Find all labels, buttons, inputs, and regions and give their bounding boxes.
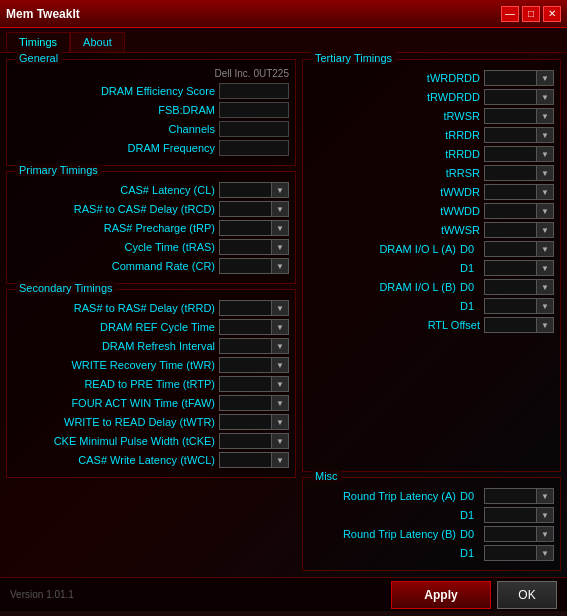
trwdrdd-dropdown[interactable]: ▼: [536, 89, 554, 105]
action-buttons: Apply OK: [391, 581, 557, 609]
dram-efficiency-input[interactable]: [219, 83, 289, 99]
twwsr-label: tWWSR: [400, 224, 480, 236]
twtr-dropdown[interactable]: ▼: [271, 414, 289, 430]
dram-io-a-d1-input[interactable]: [484, 260, 536, 276]
twwdr-dropdown[interactable]: ▼: [536, 184, 554, 200]
trwsr-dropdown[interactable]: ▼: [536, 108, 554, 124]
dram-io-b-d0-dropdown[interactable]: ▼: [536, 279, 554, 295]
rtb-d0-label: D0: [460, 528, 480, 540]
cas-latency-dropdown[interactable]: ▼: [271, 182, 289, 198]
trp-row: RAS# Precharge (tRP) ▼: [13, 220, 289, 236]
cr-dropdown[interactable]: ▼: [271, 258, 289, 274]
tcke-input[interactable]: [219, 433, 271, 449]
rtb-d0-dropdown[interactable]: ▼: [536, 526, 554, 542]
tras-row: Cycle Time (tRAS) ▼: [13, 239, 289, 255]
dram-io-a-d0-dropdown[interactable]: ▼: [536, 241, 554, 257]
tfaw-label: FOUR ACT WIN Time (tFAW): [13, 397, 215, 409]
fsb-dram-input[interactable]: [219, 102, 289, 118]
trwdrdd-input[interactable]: [484, 89, 536, 105]
trp-dropdown[interactable]: ▼: [271, 220, 289, 236]
ref-cycle-input[interactable]: [219, 319, 271, 335]
dram-io-a-d1-row: D1 ▼: [309, 260, 554, 276]
trrdr-dropdown[interactable]: ▼: [536, 127, 554, 143]
trp-input[interactable]: [219, 220, 271, 236]
twcl-row: CAS# Write Latency (tWCL) ▼: [13, 452, 289, 468]
minimize-button[interactable]: —: [501, 6, 519, 22]
refresh-interval-dropdown[interactable]: ▼: [271, 338, 289, 354]
twrdrdd-input[interactable]: [484, 70, 536, 86]
rta-d1-label: D1: [460, 509, 480, 521]
twr-row: WRITE Recovery Time (tWR) ▼: [13, 357, 289, 373]
trcd-dropdown[interactable]: ▼: [271, 201, 289, 217]
trrd-row: RAS# to RAS# Delay (tRRD) ▼: [13, 300, 289, 316]
rtb-d1-dropdown[interactable]: ▼: [536, 545, 554, 561]
rtl-offset-dropdown[interactable]: ▼: [536, 317, 554, 333]
twcl-dropdown[interactable]: ▼: [271, 452, 289, 468]
tfaw-row: FOUR ACT WIN Time (tFAW) ▼: [13, 395, 289, 411]
channels-input[interactable]: [219, 121, 289, 137]
tras-dropdown[interactable]: ▼: [271, 239, 289, 255]
dram-io-a-d1-dropdown[interactable]: ▼: [536, 260, 554, 276]
dram-io-a-d0-input[interactable]: [484, 241, 536, 257]
trrd-input[interactable]: [219, 300, 271, 316]
system-info: Dell Inc. 0UT225: [13, 68, 289, 79]
trwsr-input[interactable]: [484, 108, 536, 124]
ref-cycle-label: DRAM REF Cycle Time: [13, 321, 215, 333]
twr-dropdown[interactable]: ▼: [271, 357, 289, 373]
trwsr-row: tRWSR ▼: [309, 108, 554, 124]
cr-row: Command Rate (CR) ▼: [13, 258, 289, 274]
restore-button[interactable]: □: [522, 6, 540, 22]
ok-button[interactable]: OK: [497, 581, 557, 609]
cr-input[interactable]: [219, 258, 271, 274]
twrdrdd-row: tWRDRDD ▼: [309, 70, 554, 86]
twwdd-dropdown[interactable]: ▼: [536, 203, 554, 219]
trrdd-input[interactable]: [484, 146, 536, 162]
dram-io-b-d1-input[interactable]: [484, 298, 536, 314]
trtp-dropdown[interactable]: ▼: [271, 376, 289, 392]
dram-freq-input[interactable]: [219, 140, 289, 156]
trrd-dropdown[interactable]: ▼: [271, 300, 289, 316]
trrdd-dropdown[interactable]: ▼: [536, 146, 554, 162]
trtp-input[interactable]: [219, 376, 271, 392]
twwdd-input[interactable]: [484, 203, 536, 219]
dram-io-b-d0-input[interactable]: [484, 279, 536, 295]
twwdr-input[interactable]: [484, 184, 536, 200]
twtr-input[interactable]: [219, 414, 271, 430]
trrdr-input[interactable]: [484, 127, 536, 143]
tcke-dropdown[interactable]: ▼: [271, 433, 289, 449]
rtb-d1-input[interactable]: [484, 545, 536, 561]
twr-input[interactable]: [219, 357, 271, 373]
rta-d0-input[interactable]: [484, 488, 536, 504]
rta-d0-dropdown[interactable]: ▼: [536, 488, 554, 504]
trrsr-dropdown[interactable]: ▼: [536, 165, 554, 181]
misc-title: Misc: [311, 470, 342, 482]
tras-input[interactable]: [219, 239, 271, 255]
trwdrdd-row: tRWDRDD ▼: [309, 89, 554, 105]
tab-timings[interactable]: Timings: [6, 32, 70, 52]
twrdrdd-dropdown[interactable]: ▼: [536, 70, 554, 86]
trrsr-input[interactable]: [484, 165, 536, 181]
tab-about[interactable]: About: [70, 32, 125, 52]
twwsr-input[interactable]: [484, 222, 536, 238]
rta-d1-input[interactable]: [484, 507, 536, 523]
cas-latency-input[interactable]: [219, 182, 271, 198]
apply-button[interactable]: Apply: [391, 581, 491, 609]
trtp-label: READ to PRE Time (tRTP): [13, 378, 215, 390]
tfaw-input[interactable]: [219, 395, 271, 411]
refresh-interval-input[interactable]: [219, 338, 271, 354]
rtl-offset-input[interactable]: [484, 317, 536, 333]
rtb-d0-input[interactable]: [484, 526, 536, 542]
tfaw-dropdown[interactable]: ▼: [271, 395, 289, 411]
ref-cycle-dropdown[interactable]: ▼: [271, 319, 289, 335]
close-button[interactable]: ✕: [543, 6, 561, 22]
tras-label: Cycle Time (tRAS): [13, 241, 215, 253]
trtp-row: READ to PRE Time (tRTP) ▼: [13, 376, 289, 392]
twwsr-dropdown[interactable]: ▼: [536, 222, 554, 238]
rtb-label: Round Trip Latency (B): [343, 528, 456, 540]
trcd-input[interactable]: [219, 201, 271, 217]
dram-freq-label: DRAM Frequency: [128, 142, 215, 154]
rta-d1-dropdown[interactable]: ▼: [536, 507, 554, 523]
twcl-input[interactable]: [219, 452, 271, 468]
refresh-interval-row: DRAM Refresh Interval ▼: [13, 338, 289, 354]
dram-io-b-d1-dropdown[interactable]: ▼: [536, 298, 554, 314]
